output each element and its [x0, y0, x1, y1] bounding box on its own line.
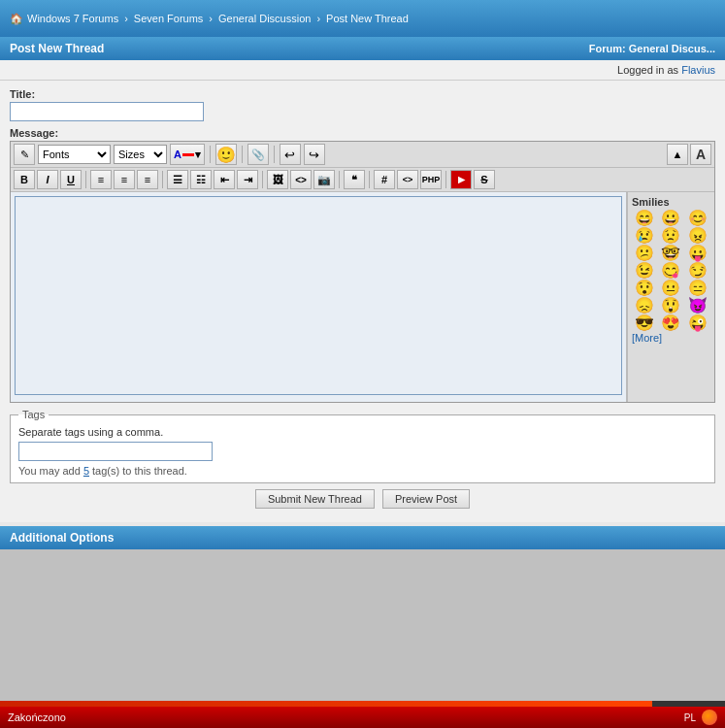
image-button[interactable]: 🖼 — [267, 170, 288, 189]
smiley-20[interactable]: 😍 — [659, 315, 684, 331]
hash-button[interactable]: # — [374, 170, 395, 189]
code-button[interactable]: <> — [290, 170, 312, 189]
status-bar: Zakończono PL — [0, 707, 725, 728]
nav-windows7forums[interactable]: Windows 7 Forums — [27, 13, 118, 24]
username-link[interactable]: Flavius — [681, 64, 715, 76]
color-a-label: A — [174, 149, 181, 160]
list-ordered-button[interactable]: ☷ — [190, 170, 212, 189]
italic-button[interactable]: I — [37, 170, 58, 189]
color-underline — [182, 153, 194, 156]
undo-button[interactable]: ↩ — [280, 144, 301, 165]
forum-info: Forum: General Discus... — [589, 43, 715, 54]
message-row: Message: ✎ Fonts Arial Times New Roman C… — [10, 127, 715, 509]
smiley-7[interactable]: 😕 — [632, 246, 657, 261]
color-dropdown-arrow: ▾ — [195, 149, 201, 161]
redo-button[interactable]: ↪ — [304, 144, 325, 165]
source-icon[interactable]: ✎ — [14, 144, 35, 165]
message-textarea[interactable] — [15, 196, 622, 395]
fmt-sep-4 — [339, 171, 340, 188]
nav-current-page: Post New Thread — [326, 13, 409, 24]
logged-in-prefix: Logged in as — [617, 64, 678, 76]
fmt-sep-1 — [85, 171, 86, 188]
smiley-12[interactable]: 😏 — [685, 263, 710, 279]
smilies-panel: Smilies 😄 😀 😊 😢 😟 😠 😕 🤓 😛 😉 — [627, 192, 714, 402]
home-icon[interactable]: 🏠 — [10, 13, 23, 25]
tags-input[interactable] — [18, 442, 213, 461]
toolbar-row2: B I U ≡ ≡ ≡ ☰ ☷ ⇤ ⇥ 🖼 <> 📷 — [11, 168, 714, 192]
sizes-select[interactable]: Sizes Small Normal Large — [114, 145, 167, 164]
editor-body: Smilies 😄 😀 😊 😢 😟 😠 😕 🤓 😛 😉 — [11, 192, 714, 402]
php-button[interactable]: PHP — [420, 170, 442, 189]
resize-bigger-button[interactable]: A — [690, 144, 711, 165]
additional-options-bar[interactable]: Additional Options — [0, 526, 725, 549]
post-new-thread-title: Post New Thread — [10, 42, 104, 55]
fmt-sep-2 — [162, 171, 163, 188]
smiley-13[interactable]: 😯 — [632, 281, 657, 296]
align-right-button[interactable]: ≡ — [137, 170, 158, 189]
youtube-button[interactable]: ▶ — [450, 170, 472, 189]
smiley-15[interactable]: 😑 — [685, 281, 710, 296]
quote-button[interactable]: ❝ — [344, 170, 365, 189]
align-left-button[interactable]: ≡ — [90, 170, 112, 189]
preview-button[interactable]: Preview Post — [382, 489, 470, 509]
smilies-title: Smilies — [632, 196, 710, 208]
smiley-11[interactable]: 😋 — [659, 263, 684, 279]
smiley-16[interactable]: 😞 — [632, 298, 657, 314]
outdent-button[interactable]: ⇤ — [214, 170, 235, 189]
post-header-bar: Post New Thread Forum: General Discus... — [0, 37, 725, 60]
html-button[interactable]: <> — [397, 170, 418, 189]
underline-button[interactable]: U — [60, 170, 82, 189]
smiley-8[interactable]: 🤓 — [659, 246, 684, 261]
status-text: Zakończono — [8, 711, 66, 723]
title-input[interactable] — [10, 102, 204, 121]
text-color-button[interactable]: A ▾ — [170, 144, 205, 165]
title-row: Title: — [10, 88, 715, 121]
toolbar-sep-2 — [242, 146, 243, 163]
submit-button[interactable]: Submit New Thread — [255, 489, 375, 509]
indent-button[interactable]: ⇥ — [237, 170, 258, 189]
language-badge: PL — [684, 712, 696, 723]
more-smilies-link[interactable]: [More] — [632, 332, 662, 344]
toolbar-sep-1 — [210, 146, 211, 163]
list-unordered-button[interactable]: ☰ — [167, 170, 188, 189]
smiley-1[interactable]: 😄 — [632, 211, 657, 226]
smiley-button[interactable]: 🙂 — [215, 144, 237, 165]
firefox-icon — [702, 710, 717, 725]
smiley-10[interactable]: 😉 — [632, 263, 657, 279]
smiley-21[interactable]: 😜 — [685, 315, 710, 331]
nav-general-discussion[interactable]: General Discussion — [218, 13, 311, 24]
tags-legend: Tags — [18, 409, 49, 420]
submit-area: Submit New Thread Preview Post — [10, 489, 715, 509]
smiley-14[interactable]: 😐 — [659, 281, 684, 296]
smiley-18[interactable]: 😈 — [685, 298, 710, 314]
smiley-9[interactable]: 😛 — [685, 246, 710, 261]
main-content: Post New Thread Forum: General Discus...… — [0, 37, 725, 549]
additional-options-label: Additional Options — [10, 531, 114, 545]
nav-sevenforums[interactable]: Seven Forums — [134, 13, 204, 24]
tags-note: You may add 5 tag(s) to this thread. — [18, 465, 707, 477]
tags-count-link[interactable]: 5 — [83, 465, 89, 477]
smiley-3[interactable]: 😊 — [685, 211, 710, 226]
fmt-sep-5 — [369, 171, 370, 188]
camera-button[interactable]: 📷 — [313, 170, 335, 189]
forum-label: Forum: — [589, 43, 626, 54]
fonts-select[interactable]: Fonts Arial Times New Roman Courier — [38, 145, 111, 164]
resize-smaller-button[interactable]: ▲ — [667, 144, 688, 165]
smiley-2[interactable]: 😀 — [659, 211, 684, 226]
smiley-17[interactable]: 😲 — [659, 298, 684, 314]
smiley-19[interactable]: 😎 — [632, 315, 657, 331]
breadcrumb-sep-2: › — [209, 13, 213, 24]
strike-button[interactable]: S — [474, 170, 495, 189]
top-navigation: 🏠 Windows 7 Forums › Seven Forums › Gene… — [0, 0, 725, 37]
smiley-4[interactable]: 😢 — [632, 228, 657, 244]
logged-in-bar: Logged in as Flavius — [0, 60, 725, 81]
smiley-6[interactable]: 😠 — [685, 228, 710, 244]
attachment-button[interactable]: 📎 — [247, 144, 269, 165]
bold-button[interactable]: B — [14, 170, 35, 189]
title-label: Title: — [10, 88, 715, 100]
smiley-5[interactable]: 😟 — [659, 228, 684, 244]
tags-note-suffix: tag(s) to this thread. — [92, 465, 187, 477]
align-center-button[interactable]: ≡ — [114, 170, 135, 189]
forum-name: General Discus... — [629, 43, 715, 54]
status-right: PL — [684, 710, 717, 725]
